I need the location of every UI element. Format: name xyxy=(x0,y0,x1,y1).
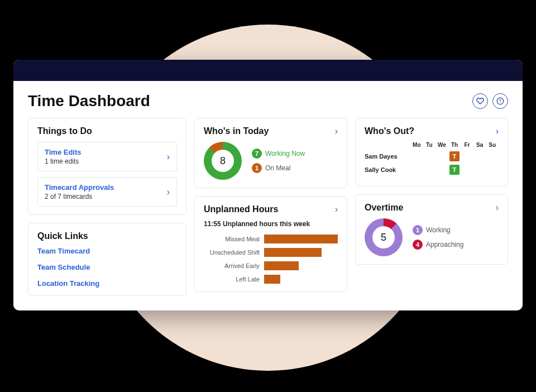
day-label: Fr xyxy=(461,142,473,148)
overtime-title: Overtime xyxy=(365,203,403,213)
legend-on-meal: 1 On Meal xyxy=(252,163,305,173)
alert-button[interactable] xyxy=(492,93,508,109)
bar-fill xyxy=(264,248,322,257)
favorite-button[interactable] xyxy=(472,93,488,109)
bar-label: Missed Meal xyxy=(204,236,264,242)
absence-tag: T xyxy=(449,151,460,161)
quick-links-card: Quick Links Team Timecard Team Schedule … xyxy=(28,223,186,296)
heart-icon xyxy=(476,97,484,105)
todo-item-time-edits[interactable]: Time Edits 1 time edits › xyxy=(37,142,177,171)
legend-count: 4 xyxy=(413,240,423,250)
things-to-do-title: Things to Do xyxy=(37,126,177,136)
legend-count: 1 xyxy=(413,225,423,235)
todo-item-title: Timecard Approvals xyxy=(45,183,114,192)
unplanned-subtitle: 11:55 Unplanned hours this week xyxy=(204,220,338,228)
bar-label: Unscheduled Shift xyxy=(204,249,264,256)
todo-item-subtitle: 2 of 7 timecards xyxy=(45,193,114,200)
whos-out-title: Who's Out? xyxy=(365,126,414,136)
whos-out-card: Who's Out? › MoTuWeThFrSaSu Sam DayesTSa… xyxy=(355,118,508,187)
out-row: Sam DayesT xyxy=(365,151,499,161)
legend-label: Working xyxy=(426,226,451,234)
whos-out-expand[interactable]: › xyxy=(496,126,499,136)
app-window: Time Dashboard Things to Do Time Edits xyxy=(13,60,523,310)
legend-count: 1 xyxy=(252,163,262,173)
link-location-tracking[interactable]: Location Tracking xyxy=(37,279,177,288)
overtime-donut: 5 xyxy=(365,218,403,256)
todo-item-title: Time Edits xyxy=(45,148,82,156)
bar-fill xyxy=(264,275,280,284)
link-team-timecard[interactable]: Team Timecard xyxy=(37,247,177,255)
bar-label: Left Late xyxy=(204,276,264,283)
legend-label: On Meal xyxy=(265,164,290,172)
legend-label: Working Now xyxy=(265,150,305,157)
bar-fill xyxy=(264,235,338,243)
day-label: We xyxy=(436,142,448,148)
overtime-card: Overtime › 5 1 Working xyxy=(355,194,508,265)
whos-in-donut: 8 xyxy=(204,142,242,180)
unplanned-hours-card: Unplanned Hours › 11:55 Unplanned hours … xyxy=(194,196,347,292)
days-header: MoTuWeThFrSaSu xyxy=(365,142,499,148)
things-to-do-card: Things to Do Time Edits 1 time edits › T… xyxy=(28,118,186,215)
unplanned-title: Unplanned Hours xyxy=(204,204,278,214)
svg-rect-1 xyxy=(500,99,500,102)
legend-count: 7 xyxy=(252,149,262,159)
bar-row: Arrived Early xyxy=(204,261,338,270)
bar-label: Arrived Early xyxy=(204,262,264,269)
overtime-expand[interactable]: › xyxy=(496,203,499,213)
unplanned-expand[interactable]: › xyxy=(335,204,338,214)
legend-working: 1 Working xyxy=(413,225,463,235)
todo-item-subtitle: 1 time edits xyxy=(45,157,82,165)
link-team-schedule[interactable]: Team Schedule xyxy=(37,263,177,271)
svg-rect-2 xyxy=(500,102,500,103)
bar-fill xyxy=(264,261,299,270)
bar-row: Missed Meal xyxy=(204,235,338,243)
overtime-total: 5 xyxy=(372,226,395,248)
day-label: Th xyxy=(448,142,461,148)
legend-label: Approaching xyxy=(426,241,463,248)
whos-in-expand[interactable]: › xyxy=(335,126,338,136)
unplanned-bars: Missed MealUnscheduled ShiftArrived Earl… xyxy=(204,235,338,284)
alert-icon xyxy=(496,97,504,105)
chevron-right-icon: › xyxy=(167,152,170,162)
day-label: Tu xyxy=(423,142,436,148)
whos-in-title: Who's in Today xyxy=(204,126,269,136)
absence-tag: T xyxy=(449,165,460,175)
chevron-right-icon: › xyxy=(167,187,170,197)
legend-approaching: 4 Approaching xyxy=(413,240,463,250)
day-label: Mo xyxy=(410,142,423,148)
day-label: Sa xyxy=(473,142,486,148)
day-label: Su xyxy=(486,142,499,148)
bar-row: Unscheduled Shift xyxy=(204,248,338,257)
person-name: Sam Dayes xyxy=(365,153,410,160)
out-row: Sally CookT xyxy=(365,165,499,175)
bar-row: Left Late xyxy=(204,275,338,284)
whos-in-total: 8 xyxy=(212,150,234,172)
window-titlebar xyxy=(13,60,523,81)
page-title: Time Dashboard xyxy=(28,92,150,110)
todo-item-timecard-approvals[interactable]: Timecard Approvals 2 of 7 timecards › xyxy=(37,177,177,207)
person-name: Sally Cook xyxy=(365,166,410,173)
legend-working-now: 7 Working Now xyxy=(252,149,305,159)
whos-in-card: Who's in Today › 8 7 Working Now xyxy=(194,118,347,188)
quick-links-title: Quick Links xyxy=(37,231,177,241)
